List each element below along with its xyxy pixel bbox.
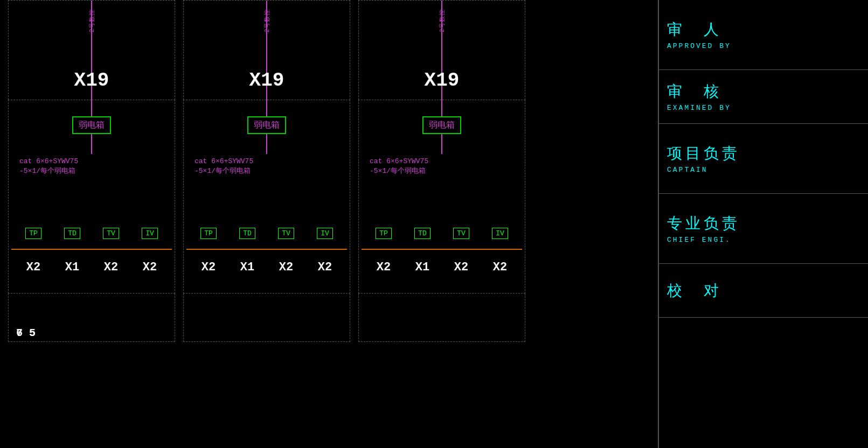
sidebar-chief-english: CHIEF ENGI. xyxy=(667,236,860,244)
drawing-area: 2号数控 X19 弱电箱 cat 6×6+SYWV75 -5×1/每个弱电箱 T… xyxy=(0,0,658,448)
unit-1-top-box: 2号数控 X19 xyxy=(8,0,175,100)
unit-3-x2-1: X2 xyxy=(377,261,391,274)
unit-2-orange-line xyxy=(186,249,347,250)
unit-2-x2-3: X2 xyxy=(318,261,332,274)
main-container: 2号数控 X19 弱电箱 cat 6×6+SYWV75 -5×1/每个弱电箱 T… xyxy=(0,0,868,448)
unit-1-x2-1: X2 xyxy=(26,261,40,274)
unit-2-terminal-TP: TP xyxy=(200,228,217,239)
unit-2-inner-box: 弱电箱 cat 6×6+SYWV75 -5×1/每个弱电箱 TP TD TV I… xyxy=(183,100,350,293)
unit-3-cable-text: cat 6×6+SYWV75 -5×1/每个弱电箱 xyxy=(370,157,428,176)
unit-3-x-labels: X2 X1 X2 X2 xyxy=(364,261,519,274)
unit-1-x2-3: X2 xyxy=(143,261,157,274)
unit-1: 2号数控 X19 弱电箱 cat 6×6+SYWV75 -5×1/每个弱电箱 T… xyxy=(5,0,178,342)
unit-3-x2-3: X2 xyxy=(493,261,507,274)
unit-2-x1: X1 xyxy=(240,261,254,274)
sidebar: 审 人 APPROVED BY 审 核 EXAMINED BY 项目负责 CAP… xyxy=(658,0,868,448)
unit-2-bottom-box: 6 5 xyxy=(183,293,350,342)
unit-3-inner-box: 弱电箱 cat 6×6+SYWV75 -5×1/每个弱电箱 TP TD TV I… xyxy=(358,100,525,293)
sidebar-captain-chinese: 项目负责 xyxy=(667,143,860,164)
unit-1-weak-box: 弱电箱 xyxy=(72,116,111,134)
sidebar-section-captain: 项目负责 CAPTAIN xyxy=(659,124,868,194)
unit-1-terminal-TV: TV xyxy=(103,228,119,239)
unit-1-rotated-label: 2号数控 xyxy=(88,9,96,32)
unit-3-bottom-box xyxy=(358,293,525,342)
sidebar-examined-english: EXAMINED BY xyxy=(667,104,860,112)
unit-3: 2号数控 X19 弱电箱 cat 6×6+SYWV75 -5×1/每个弱电箱 T… xyxy=(356,0,528,342)
unit-3-x2-2: X2 xyxy=(454,261,468,274)
unit-1-terminal-IV: IV xyxy=(142,228,158,239)
unit-1-orange-line xyxy=(11,249,172,250)
unit-1-x2-2: X2 xyxy=(104,261,118,274)
sidebar-approved-chinese: 审 人 xyxy=(667,19,860,40)
unit-2-x19: X19 xyxy=(249,69,284,92)
unit-3-rotated-label: 2号数控 xyxy=(438,9,446,32)
unit-2-x2-1: X2 xyxy=(202,261,216,274)
unit-3-orange-line xyxy=(362,249,522,250)
sidebar-examined-chinese: 审 核 xyxy=(667,81,860,102)
unit-3-terminal-IV: IV xyxy=(492,228,508,239)
unit-3-x1: X1 xyxy=(415,261,429,274)
unit-1-cable-text: cat 6×6+SYWV75 -5×1/每个弱电箱 xyxy=(19,157,78,176)
sidebar-chief-chinese: 专业负责 xyxy=(667,213,860,234)
unit-1-x1: X1 xyxy=(65,261,79,274)
unit-1-terminal-TP: TP xyxy=(25,228,41,239)
sidebar-section-calibrate: 校 对 xyxy=(659,264,868,318)
unit-2-terminal-row: TP TD TV IV xyxy=(189,228,344,239)
drawing-content: 2号数控 X19 弱电箱 cat 6×6+SYWV75 -5×1/每个弱电箱 T… xyxy=(0,0,658,448)
sidebar-section-examined: 审 核 EXAMINED BY xyxy=(659,70,868,124)
unit-1-terminal-row: TP TD TV IV xyxy=(14,228,169,239)
sidebar-approved-english: APPROVED BY xyxy=(667,42,860,50)
unit-3-weak-box: 弱电箱 xyxy=(422,116,461,134)
unit-2-top-box: 2号数控 X19 xyxy=(183,0,350,100)
unit-3-terminal-TP: TP xyxy=(376,228,392,239)
unit-2-rotated-label: 2号数控 xyxy=(263,9,271,32)
unit-2-x2-2: X2 xyxy=(279,261,293,274)
unit-3-terminal-TV: TV xyxy=(453,228,469,239)
unit-1-terminal-TD: TD xyxy=(64,228,80,239)
unit-1-inner-box: 弱电箱 cat 6×6+SYWV75 -5×1/每个弱电箱 TP TD TV I… xyxy=(8,100,175,293)
unit-3-terminal-row: TP TD TV IV xyxy=(364,228,519,239)
unit-2-terminal-TV: TV xyxy=(278,228,294,239)
unit-3-terminal-TD: TD xyxy=(414,228,430,239)
unit-3-x19: X19 xyxy=(425,69,460,92)
unit-2-cable-text: cat 6×6+SYWV75 -5×1/每个弱电箱 xyxy=(195,157,253,176)
unit-1-x-labels: X2 X1 X2 X2 xyxy=(14,261,169,274)
unit-2-x-labels: X2 X1 X2 X2 xyxy=(189,261,344,274)
unit-2-terminal-IV: IV xyxy=(317,228,333,239)
sidebar-section-approved: 审 人 APPROVED BY xyxy=(659,0,868,70)
sidebar-calibrate-chinese: 校 对 xyxy=(667,281,860,301)
unit-2-terminal-TD: TD xyxy=(239,228,255,239)
unit-3-top-box: 2号数控 X19 xyxy=(358,0,525,100)
unit-2-weak-box: 弱电箱 xyxy=(247,116,286,134)
sidebar-section-chief: 专业负责 CHIEF ENGI. xyxy=(659,194,868,264)
sidebar-captain-english: CAPTAIN xyxy=(667,166,860,174)
unit-1-x19: X19 xyxy=(74,69,109,92)
unit-2: 2号数控 X19 弱电箱 cat 6×6+SYWV75 -5×1/每个弱电箱 T… xyxy=(180,0,353,342)
unit-2-bottom-number: 6 5 xyxy=(16,327,36,339)
